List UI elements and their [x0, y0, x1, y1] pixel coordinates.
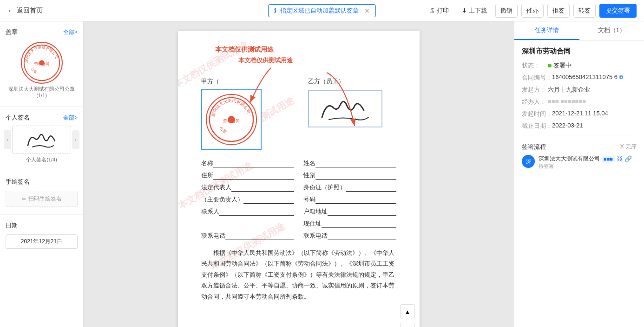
form-row-3: 法定代表人 身份证（护照） [201, 183, 396, 192]
flow-title-label: 签署流程 [522, 143, 546, 151]
gender-label: 性别 [303, 171, 315, 180]
reject-button[interactable]: 拒签 [547, 4, 570, 18]
seal-all-link[interactable]: 全部> [63, 28, 78, 36]
print-button[interactable]: 🖨 打印 [424, 4, 453, 17]
remind-button[interactable]: 催办 [521, 4, 544, 18]
form-row-1: 名称 姓名 [201, 159, 396, 167]
date-label: 日期 [6, 221, 18, 230]
form-row-6: 联系人 现住址 [201, 220, 396, 228]
name-line [213, 159, 294, 167]
deadline-row: 截止日期： 2022-03-21 [522, 122, 637, 130]
phone-a-field: 联系电话 [201, 232, 294, 240]
contract-no-row: 合同编号： 164005650421311075 6 ⧉ [522, 73, 637, 82]
party-a-col: 甲方（ [201, 77, 289, 150]
transfer-button[interactable]: 转签 [573, 4, 596, 18]
form-row-4: （主要负责人） 号码 [201, 195, 396, 204]
sig-next-button[interactable]: › [72, 130, 79, 149]
seal-circle: 深圳法大大测试有限公司 公章 劳动合同 [21, 42, 63, 84]
main-person-line [243, 195, 294, 204]
name-label: 名称 [201, 159, 213, 167]
status-row: 状态： 签署中 [522, 61, 637, 70]
date-value[interactable]: 2021年12月21日 [6, 234, 78, 249]
gender-field: 性别 [303, 171, 396, 180]
main-person-label: （主要负责人） [201, 195, 243, 204]
download-label: 上下载 [469, 7, 487, 15]
seal-section-label: 盖章 [6, 28, 18, 36]
doc-tab[interactable]: 文档（1） [579, 21, 644, 40]
form-row-5: 联系人 户籍地址 [201, 207, 396, 216]
contract-no-text: 164005650421311075 6 [552, 73, 618, 80]
scroll-up-button[interactable]: ▲ [400, 304, 415, 319]
submit-button[interactable]: 提交签署 [599, 4, 637, 18]
deadline-label: 截止日期： [522, 122, 552, 130]
svg-text:深圳法大大测试有限公司: 深圳法大大测试有限公司 [210, 98, 251, 117]
flow-item-1: 深 深圳法大大测试有限公司 ■■■ ⛓ 🔗 待签署 [522, 155, 637, 170]
annotation-text-1: 本文档仅供测试用途 [215, 46, 274, 54]
personal-sig-container: ‹ › [0, 124, 83, 155]
doc-page: 本文档仅供测试用途 本文档仅供测试用途 本文档仅供测试用途 本文档仅供测试用途 [178, 31, 420, 327]
id-num-line [315, 195, 396, 204]
handler-label: 经办人： [522, 98, 548, 106]
contact-label: 联系人 [201, 207, 219, 216]
transfer-label: 转签 [578, 7, 591, 14]
remind-label: 催办 [526, 7, 539, 14]
toolbar-right: 🖨 打印 ⬇ 上下载 撤销 催办 拒签 转签 提交签署 [424, 4, 637, 18]
handwrite-label: 手绘签名 [6, 178, 30, 186]
status-dot [548, 64, 552, 67]
phone-a-label: 联系电话 [201, 232, 225, 240]
personal-sig-all-link[interactable]: 全部> [63, 114, 78, 122]
address-line [213, 171, 294, 180]
household-field: 户籍地址 [303, 207, 396, 216]
form-row-7: 联系电话 联系电话 [201, 232, 396, 240]
doc-wrapper: 本文档仅供测试用途 本文档仅供测试用途 本文档仅供测试用途 本文档仅供测试用途 [84, 21, 514, 327]
main-area: 盖章 全部> 深圳法大大测试有限公司 公章 [0, 21, 644, 327]
doc-area: 本文档仅供测试用途 本文档仅供测试用途 本文档仅供测试用途 本文档仅供测试用途 [84, 21, 514, 327]
notification-bar: ℹ 指定区域已自动加盖默认签章 ✕ [268, 4, 376, 17]
status-value: 签署中 [548, 61, 572, 70]
deadline-value: 2022-03-21 [552, 122, 583, 129]
contract-no-label: 合同编号： [522, 73, 552, 82]
phone-b-line [328, 232, 396, 240]
task-detail-tab[interactable]: 任务详情 [514, 21, 579, 40]
download-button[interactable]: ⬇ 上下载 [457, 4, 492, 17]
flow-title: 签署流程 X 无序 [522, 143, 637, 151]
current-addr-label: 现住址 [303, 220, 322, 228]
print-label: 打印 [437, 7, 449, 15]
start-time-value: 2021-12-21 11.15.04 [552, 110, 608, 117]
employee-sig-box[interactable] [308, 90, 382, 127]
copy-icon[interactable]: ⧉ [619, 74, 624, 80]
start-time-row: 发起时间： 2021-12-21 11.15.04 [522, 110, 637, 118]
flow-status: 待签署 [539, 163, 632, 170]
task-detail-tab-label: 任务详情 [535, 27, 559, 33]
personal-sig-label: 个人签名 [6, 113, 30, 122]
handler-value: ■■■ ■■■■■■■ [548, 98, 586, 105]
date-header: 日期 [0, 220, 83, 232]
handwrite-section: ✏ 扫码手绘签名 [0, 188, 83, 210]
seal-svg: 深圳法大大测试有限公司 公章 劳动合同 [22, 42, 62, 84]
seal-box[interactable]: 深圳法大大测试有限公司 公章 劳动合同 [201, 89, 262, 150]
svg-text:劳动合同: 劳动合同 [34, 62, 49, 66]
notification-close-icon[interactable]: ✕ [364, 7, 370, 14]
surname-line [315, 159, 396, 167]
legal-rep-line [231, 183, 294, 192]
link-icon[interactable]: 🔗 [624, 155, 632, 162]
back-arrow-icon: ← [7, 7, 14, 14]
revoke-button[interactable]: 撤销 [495, 4, 518, 18]
handwrite-btn-label: 扫码手绘签名 [28, 195, 62, 203]
legal-rep-label: 法定代表人 [201, 183, 231, 192]
contact-line [219, 207, 294, 216]
phone-a-line [225, 232, 294, 240]
svg-text:公章: 公章 [30, 67, 38, 74]
id-line [346, 183, 396, 192]
back-home-button[interactable]: ← 返回首页 [7, 7, 43, 15]
sig-prev-button[interactable]: ‹ [4, 130, 11, 149]
scroll-extra-button[interactable]: ⊕ [400, 323, 415, 327]
initiator-row: 发起方： 六月十九新企业 [522, 86, 637, 94]
seal-item[interactable]: 深圳法大大测试有限公司 公章 劳动合同 深圳法大大测试有限公司公章(1/1) [0, 38, 83, 102]
notification-area: ℹ 指定区域已自动加盖默认签章 ✕ [268, 4, 376, 17]
chain-icon[interactable]: ⛓ [617, 155, 623, 162]
reject-label: 拒签 [552, 7, 565, 14]
doc-seal-svg: 深圳法大大测试有限公司 公章 劳动合同 [207, 94, 256, 145]
sig-canvas[interactable] [12, 126, 71, 153]
handwrite-button[interactable]: ✏ 扫码手绘签名 [6, 191, 78, 207]
